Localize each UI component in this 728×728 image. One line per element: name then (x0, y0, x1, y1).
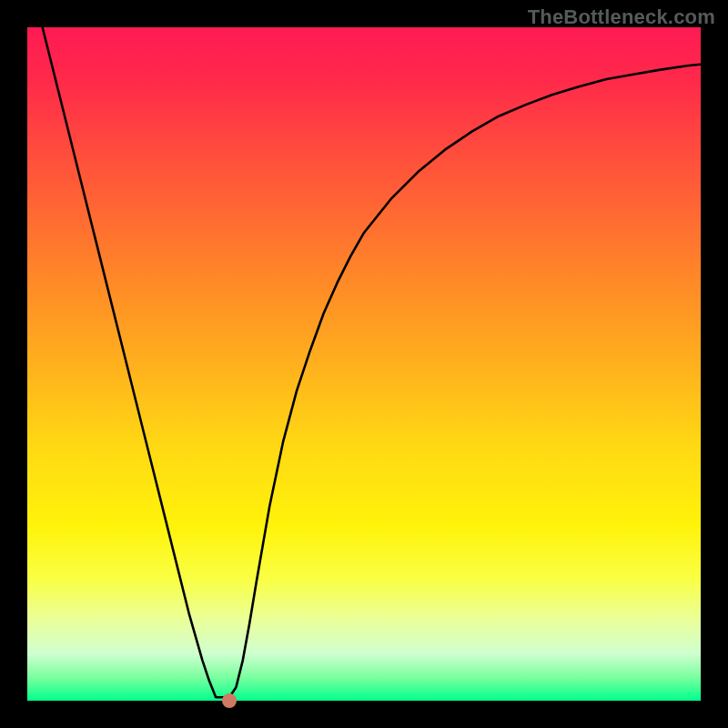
chart-plot-area (27, 27, 701, 701)
bottleneck-curve (27, 27, 701, 701)
optimal-point-marker (222, 693, 237, 708)
attribution-label: TheBottleneck.com (528, 5, 715, 29)
